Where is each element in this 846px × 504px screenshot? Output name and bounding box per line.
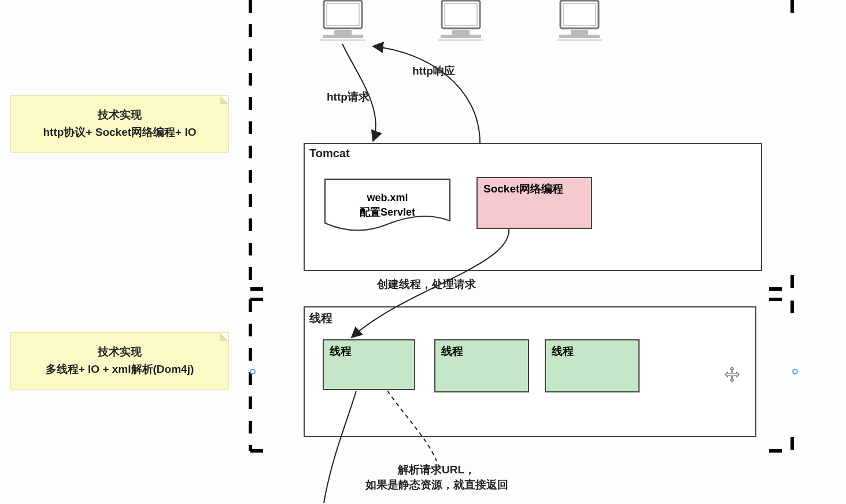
computer-icon bbox=[435, 0, 487, 45]
svg-rect-7 bbox=[452, 30, 470, 35]
selection-handle-right[interactable] bbox=[792, 369, 798, 375]
svg-rect-2 bbox=[334, 30, 352, 35]
svg-rect-11 bbox=[563, 3, 596, 25]
socket-box: Socket网络编程 bbox=[476, 177, 592, 229]
parse-l1: 解析请求URL， bbox=[353, 462, 520, 477]
note-line: http协议+ Socket网络编程+ IO bbox=[23, 124, 217, 141]
label-http-request: http请求 bbox=[327, 90, 370, 105]
parse-l2: 如果是静态资源，就直接返回 bbox=[353, 477, 520, 492]
note-tech-impl-2: 技术实现 多线程+ IO + xml解析(Dom4j) bbox=[10, 332, 229, 390]
svg-rect-8 bbox=[441, 35, 481, 38]
thread-box-3: 线程 bbox=[545, 339, 640, 392]
label-http-response: http响应 bbox=[412, 64, 455, 79]
socket-label: Socket网络编程 bbox=[483, 183, 563, 195]
computer-icon bbox=[553, 0, 605, 45]
note-line: 多线程+ IO + xml解析(Dom4j) bbox=[23, 361, 217, 378]
svg-rect-3 bbox=[323, 35, 363, 38]
tomcat-label: Tomcat bbox=[309, 147, 350, 160]
thread-box-2: 线程 bbox=[434, 339, 529, 392]
note-tech-impl-1: 技术实现 http协议+ Socket网络编程+ IO bbox=[10, 95, 229, 153]
note-title: 技术实现 bbox=[23, 343, 217, 361]
label-create-thread: 创建线程，处理请求 bbox=[377, 277, 476, 292]
computer-icon bbox=[317, 0, 369, 45]
label-parse-url: 解析请求URL， 如果是静态资源，就直接返回 bbox=[353, 462, 520, 492]
note-title: 技术实现 bbox=[23, 106, 217, 124]
thread-box-1: 线程 bbox=[323, 339, 415, 390]
svg-rect-1 bbox=[327, 3, 359, 25]
thread-label: 线程 bbox=[330, 345, 352, 357]
svg-rect-4 bbox=[320, 39, 365, 41]
webxml-l2: 配置Servlet bbox=[324, 205, 451, 220]
webxml-l1: web.xml bbox=[324, 191, 451, 205]
thread-container-label: 线程 bbox=[309, 310, 333, 326]
svg-rect-13 bbox=[559, 35, 600, 38]
thread-label: 线程 bbox=[441, 345, 463, 357]
webxml-doc: web.xml 配置Servlet bbox=[324, 178, 451, 232]
move-cursor-icon bbox=[724, 366, 740, 383]
svg-rect-9 bbox=[438, 39, 483, 41]
svg-rect-6 bbox=[445, 3, 477, 25]
thread-label: 线程 bbox=[552, 345, 574, 357]
svg-rect-12 bbox=[571, 30, 588, 35]
svg-rect-14 bbox=[557, 39, 602, 41]
selection-handle-left[interactable] bbox=[250, 369, 256, 375]
